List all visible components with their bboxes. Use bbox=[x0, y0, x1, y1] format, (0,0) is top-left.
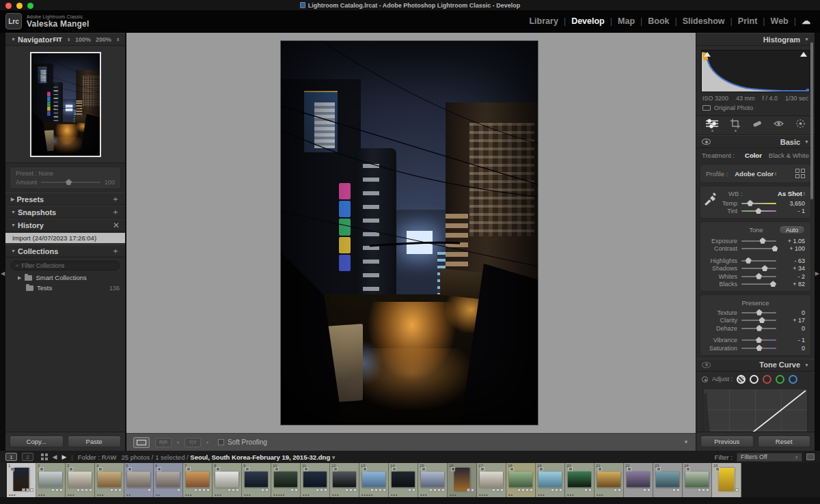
whites-slider-track[interactable] bbox=[741, 276, 776, 277]
presets-header[interactable]: ▶ Presets ＋ bbox=[5, 193, 125, 206]
loupe-view-button[interactable] bbox=[133, 437, 150, 448]
snapshots-disclosure-icon[interactable]: ▼ bbox=[11, 210, 16, 214]
thumbnail-image[interactable] bbox=[127, 471, 150, 487]
collection-item-tests[interactable]: Tests136 bbox=[5, 283, 125, 293]
filmstrip-thumbnail-16[interactable]: 16••• bbox=[448, 463, 477, 497]
next-photo-arrow-icon[interactable]: ▶ bbox=[62, 453, 66, 460]
main-window-button[interactable]: 1 bbox=[5, 453, 17, 461]
clarity-slider-knob[interactable] bbox=[759, 317, 765, 323]
histogram-disclosure-icon[interactable]: ▼ bbox=[804, 37, 809, 42]
shadows-slider-track[interactable] bbox=[741, 268, 776, 269]
thumbnail-image[interactable] bbox=[156, 471, 180, 487]
temp-slider-track[interactable] bbox=[741, 203, 776, 204]
red-eye-tool[interactable] bbox=[774, 119, 784, 132]
main-photo[interactable] bbox=[281, 41, 538, 425]
saturation-slider-track[interactable] bbox=[741, 348, 776, 349]
thumbnail-image[interactable] bbox=[627, 471, 650, 487]
masking-tool[interactable] bbox=[795, 119, 806, 132]
filmstrip-thumbnail-4[interactable]: 4••• bbox=[95, 463, 124, 497]
filmstrip-thumbnail-19[interactable]: 19••• bbox=[536, 463, 565, 497]
toolbar-options-caret-icon[interactable]: ▼ bbox=[683, 439, 689, 445]
filmstrip-thumbnail-13[interactable]: 13••••• bbox=[359, 463, 389, 497]
thumbnail-image[interactable] bbox=[215, 471, 238, 487]
filter-dropdown[interactable]: Filters Off⇕ bbox=[737, 453, 802, 462]
histogram-header[interactable]: Histogram ▼ bbox=[696, 33, 815, 46]
right-panel-scrollbar[interactable] bbox=[810, 42, 813, 199]
basic-eye-icon[interactable] bbox=[702, 139, 711, 145]
navigator-disclosure-icon[interactable]: ▼ bbox=[11, 37, 16, 42]
paste-button[interactable]: Paste bbox=[68, 436, 122, 447]
amount-slider[interactable] bbox=[41, 182, 100, 183]
contrast-slider-track[interactable] bbox=[741, 248, 776, 249]
filmstrip-thumbnail-20[interactable]: 20••• bbox=[565, 463, 594, 497]
basic-disclosure-icon[interactable]: ▼ bbox=[804, 139, 809, 144]
tone-curve-header[interactable]: Tone Curve ▼ bbox=[696, 359, 815, 372]
filmstrip-thumbnail-8[interactable]: 8••• bbox=[213, 463, 242, 497]
history-header[interactable]: ▼ History ✕ bbox=[5, 219, 125, 232]
thumbnail-image[interactable] bbox=[509, 471, 532, 487]
reset-button[interactable]: Reset bbox=[758, 436, 811, 447]
snapshots-add-icon[interactable]: ＋ bbox=[111, 206, 120, 218]
module-book[interactable]: Book bbox=[648, 16, 669, 26]
wb-value[interactable]: As Shot bbox=[778, 190, 802, 197]
filmstrip-thumbnail-23[interactable]: 23 bbox=[653, 463, 683, 497]
whites-slider-knob[interactable] bbox=[756, 273, 762, 279]
navigator-preview[interactable] bbox=[5, 46, 125, 163]
zoom-fit-option[interactable]: FIT bbox=[53, 36, 62, 43]
filmstrip-thumbnail-14[interactable]: 14••• bbox=[389, 463, 418, 497]
filmstrip-thumbnail-24[interactable]: 24 bbox=[683, 463, 712, 497]
zoom-window-button[interactable] bbox=[27, 3, 33, 9]
filmstrip-thumbnail-11[interactable]: 11••• bbox=[301, 463, 330, 497]
status-caret-icon[interactable]: ▾ bbox=[332, 453, 336, 461]
tint-slider-knob[interactable] bbox=[755, 208, 761, 214]
thumbnail-image[interactable] bbox=[454, 468, 470, 491]
module-slideshow[interactable]: Slideshow bbox=[683, 16, 725, 26]
thumbnail-image[interactable] bbox=[392, 471, 415, 487]
soft-proofing-control[interactable]: Soft Proofing bbox=[218, 438, 267, 446]
crop-overlay-tool[interactable] bbox=[730, 119, 740, 132]
dehaze-slider-knob[interactable] bbox=[756, 325, 763, 331]
profile-browser-icon[interactable] bbox=[795, 169, 805, 178]
presets-add-icon[interactable]: ＋ bbox=[111, 193, 120, 205]
thumbnail-image[interactable] bbox=[68, 471, 92, 487]
survey-caret-icon[interactable]: ▾ bbox=[206, 440, 208, 445]
filmstrip-thumbnail-10[interactable]: 10••••• bbox=[271, 463, 301, 497]
filmstrip-thumbnail-7[interactable]: 7••• bbox=[183, 463, 213, 497]
minimize-window-button[interactable] bbox=[16, 3, 23, 9]
thumbnail-image[interactable] bbox=[538, 471, 562, 487]
compare-view-button[interactable]: R|R bbox=[155, 438, 172, 447]
auto-tone-button[interactable]: Auto bbox=[779, 225, 805, 234]
highlights-slider-track[interactable] bbox=[741, 260, 776, 262]
second-window-button[interactable]: 2 bbox=[22, 453, 33, 461]
previous-photo-arrow-icon[interactable]: ◀ bbox=[53, 453, 57, 460]
shadow-clipping-icon[interactable] bbox=[704, 52, 711, 57]
filmstrip-thumbnail-25[interactable]: 25 bbox=[712, 463, 741, 497]
history-clear-icon[interactable]: ✕ bbox=[113, 221, 120, 230]
right-panel-collapse-strip[interactable]: ▶ bbox=[815, 33, 820, 451]
filmstrip-thumbnail-22[interactable]: 22 bbox=[624, 463, 653, 497]
compare-caret-icon[interactable]: ▾ bbox=[177, 440, 179, 445]
thumbnail-image[interactable] bbox=[480, 471, 503, 487]
vibrance-slider-track[interactable] bbox=[741, 339, 776, 341]
collections-disclosure-icon[interactable]: ▼ bbox=[11, 249, 16, 253]
thumbnail-image[interactable] bbox=[274, 471, 297, 487]
thumbnail-image[interactable] bbox=[14, 468, 29, 491]
collection-disclosure-icon[interactable]: ▶ bbox=[18, 275, 21, 281]
filmstrip-thumbnail-18[interactable]: 18•• bbox=[506, 463, 536, 497]
healing-tool[interactable] bbox=[752, 119, 762, 132]
module-library[interactable]: Library bbox=[529, 16, 558, 26]
thumbnail-image[interactable] bbox=[303, 471, 327, 487]
filmstrip-thumbnail-9[interactable]: 9••• bbox=[242, 463, 271, 497]
thumbnail-image[interactable] bbox=[333, 471, 356, 487]
filmstrip-thumbnail-5[interactable]: 5•• bbox=[124, 463, 154, 497]
tint-slider-track[interactable] bbox=[741, 210, 776, 212]
exposure-slider-track[interactable] bbox=[741, 240, 776, 242]
exposure-slider-knob[interactable] bbox=[760, 238, 766, 244]
thumbnail-image[interactable] bbox=[39, 471, 62, 487]
blue-channel-button[interactable] bbox=[789, 375, 797, 384]
filmstrip-thumbnail-21[interactable]: 21••• bbox=[594, 463, 624, 497]
zoom-100-option[interactable]: 100% bbox=[75, 36, 91, 43]
highlight-clipping-icon[interactable] bbox=[800, 52, 807, 57]
close-window-button[interactable] bbox=[5, 3, 12, 9]
collections-add-icon[interactable]: ＋ bbox=[111, 245, 120, 257]
